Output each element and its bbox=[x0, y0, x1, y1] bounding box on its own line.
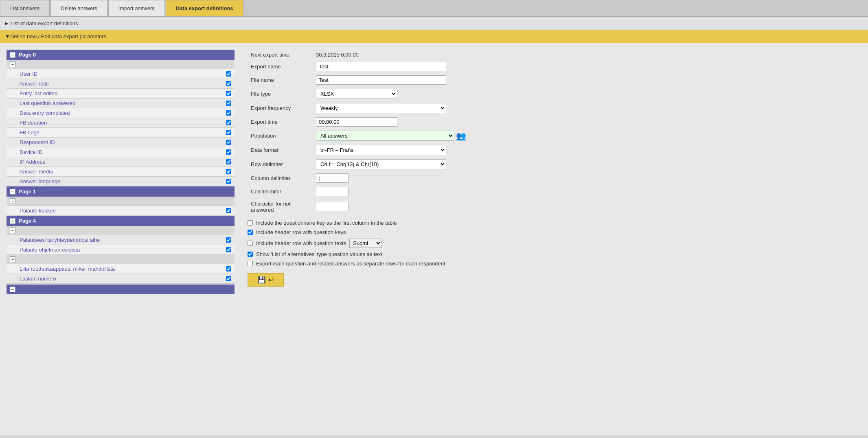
row-delimiter-select[interactable]: CrLf = Chr(13) & Chr(10) Lf = Chr(10) Cr… bbox=[316, 159, 446, 169]
item-palaute-koskee-checkbox[interactable] bbox=[226, 208, 231, 213]
item-answer-language-checkbox[interactable] bbox=[226, 179, 231, 184]
file-type-row: File type XLSX CSV TXT bbox=[248, 87, 861, 101]
define-section-arrow: ▼ bbox=[5, 33, 10, 39]
row-delimiter-label: Row delimiter bbox=[251, 161, 283, 167]
item-data-entry-completed-checkbox[interactable] bbox=[226, 110, 231, 116]
include-header-keys-checkbox[interactable] bbox=[248, 230, 253, 235]
page1-label: Page 1 bbox=[19, 188, 36, 195]
form-table: Next export time: 30.3.2015 0:00:00 Expo… bbox=[248, 50, 861, 215]
main-content: ▶ List of data export definitions ▼ Defi… bbox=[0, 17, 868, 435]
checkbox-row-show-alternatives: Show 'List of alternatives' type questio… bbox=[248, 251, 861, 257]
include-header-keys-label[interactable]: Include header row with question keys bbox=[256, 229, 346, 235]
export-name-label: Export name bbox=[251, 64, 281, 70]
page4-header: − Page 4 bbox=[7, 216, 235, 226]
cell-delimiter-row: Cell delimiter bbox=[248, 185, 861, 198]
page0-collapse-btn[interactable]: − bbox=[10, 52, 15, 58]
item-fb-legs-checkbox[interactable] bbox=[226, 130, 231, 135]
list-item: Liita ruudunkaappaus, mikali mahdollista bbox=[7, 264, 235, 274]
list-section-header[interactable]: ▶ List of data export definitions bbox=[0, 17, 868, 30]
page0-label: Page 0 bbox=[19, 52, 36, 58]
file-name-row: File name bbox=[248, 73, 861, 87]
language-select[interactable]: Suomi English Svenska bbox=[349, 239, 382, 248]
page1-sub-header: − bbox=[7, 197, 235, 206]
data-format-row: Data format br-FR – Fraňs en-US – Englis… bbox=[248, 143, 861, 157]
page0-sub-header: − bbox=[7, 60, 235, 69]
include-questionnaire-key-checkbox[interactable] bbox=[248, 220, 253, 226]
page1-sub-collapse-btn[interactable]: − bbox=[10, 198, 15, 204]
char-not-answered-label: Character for notanswered bbox=[251, 201, 291, 213]
tab-delete-answers[interactable]: Delete answers bbox=[50, 0, 107, 16]
define-section-header[interactable]: ▼ Define new / Edit data export paramete… bbox=[0, 30, 868, 43]
column-delimiter-input[interactable] bbox=[316, 173, 349, 183]
item-answer-media-checkbox[interactable] bbox=[226, 169, 231, 174]
export-separate-rows-checkbox[interactable] bbox=[248, 261, 253, 266]
include-header-texts-checkbox[interactable] bbox=[248, 241, 253, 246]
item-laskun: Laskun numero bbox=[20, 276, 226, 282]
cell-delimiter-label: Cell delimiter bbox=[251, 188, 281, 195]
list-section-arrow: ▶ bbox=[5, 21, 8, 26]
tab-data-export-definitions[interactable]: Data export definitions bbox=[166, 0, 243, 16]
export-name-input[interactable] bbox=[316, 62, 446, 71]
item-answer-date-checkbox[interactable] bbox=[226, 81, 231, 86]
list-item: Palautteesi tai yhteydenottosi aihe bbox=[7, 235, 235, 245]
checkbox-section: Include the questionnaire key as the fir… bbox=[248, 220, 861, 267]
page4-label: Page 4 bbox=[19, 218, 36, 224]
next-export-label: Next export time: bbox=[251, 52, 291, 58]
show-alternatives-checkbox[interactable] bbox=[248, 252, 253, 257]
item-last-question-checkbox[interactable] bbox=[226, 101, 231, 106]
data-format-select[interactable]: br-FR – Fraňs en-US – English bbox=[316, 145, 446, 155]
item-data-entry-completed: Data entry completed bbox=[20, 110, 226, 116]
population-select[interactable]: All answers New answers only bbox=[316, 131, 454, 141]
save-button[interactable]: 💾 ↩ bbox=[248, 273, 284, 287]
page0-sub-collapse-btn[interactable]: − bbox=[10, 61, 15, 67]
include-header-texts-label[interactable]: Include header row with question texts bbox=[256, 240, 346, 246]
item-respondent-id-checkbox[interactable] bbox=[226, 140, 231, 145]
population-control: All answers New answers only 👥 bbox=[316, 131, 858, 141]
file-type-select[interactable]: XLSX CSV TXT bbox=[316, 89, 397, 99]
checkbox-row-header-keys: Include header row with question keys bbox=[248, 229, 861, 235]
item-answer-language: Answer language bbox=[20, 178, 226, 184]
item-respondent-id: Respondent ID bbox=[20, 139, 226, 145]
list-item: Answer date bbox=[7, 79, 235, 89]
define-section-label: Define new / Edit data export parameters bbox=[10, 33, 106, 39]
export-frequency-select[interactable]: Daily Weekly Monthly bbox=[316, 103, 446, 113]
export-time-label: Export time bbox=[251, 119, 278, 125]
item-fb-duration: FB duration bbox=[20, 120, 226, 126]
list-item: FB duration bbox=[7, 118, 235, 128]
cell-delimiter-input[interactable] bbox=[316, 187, 349, 196]
export-time-input[interactable] bbox=[316, 117, 397, 127]
page4-sub-collapse-btn[interactable]: − bbox=[10, 228, 15, 233]
save-icon: 💾 bbox=[258, 276, 266, 284]
show-alternatives-label[interactable]: Show 'List of alternatives' type questio… bbox=[256, 251, 382, 257]
export-separate-rows-label[interactable]: Export each question and related answers… bbox=[256, 261, 445, 267]
file-name-input[interactable] bbox=[316, 75, 446, 85]
include-questionnaire-key-label[interactable]: Include the questionnaire key as the fir… bbox=[256, 220, 397, 226]
list-item: Palaute ohjelman osioista bbox=[7, 245, 235, 255]
item-fb-duration-checkbox[interactable] bbox=[226, 120, 231, 125]
people-icon[interactable]: 👥 bbox=[456, 131, 466, 141]
page4-collapse-btn[interactable]: − bbox=[10, 218, 15, 224]
file-name-label: File name bbox=[251, 77, 274, 83]
char-not-answered-input[interactable] bbox=[316, 202, 349, 211]
item-fb-legs: FB Legs bbox=[20, 129, 226, 136]
item-entry-last-edited-checkbox[interactable] bbox=[226, 91, 231, 96]
item-liita-checkbox[interactable] bbox=[226, 266, 231, 272]
page1-header: − Page 1 bbox=[7, 186, 235, 197]
tab-bar: List answers Delete answers Import answe… bbox=[0, 0, 868, 17]
page-next-collapse-btn[interactable]: − bbox=[10, 287, 15, 292]
item-palaute-ohjelman-checkbox[interactable] bbox=[226, 247, 231, 252]
item-device-id-checkbox[interactable] bbox=[226, 149, 231, 155]
checkbox-row-header-texts: Include header row with question texts S… bbox=[248, 239, 861, 248]
item-ip-address-checkbox[interactable] bbox=[226, 159, 231, 164]
item-palautteesi-checkbox[interactable] bbox=[226, 237, 231, 243]
item-user-id-checkbox[interactable] bbox=[226, 71, 231, 77]
page1-collapse-btn[interactable]: − bbox=[10, 189, 15, 195]
item-last-question: Last question answered bbox=[20, 100, 226, 106]
list-item: Answer media bbox=[7, 167, 235, 177]
tab-import-answers[interactable]: Import answers bbox=[108, 0, 165, 16]
item-laskun-checkbox[interactable] bbox=[226, 276, 231, 281]
tab-list-answers[interactable]: List answers bbox=[0, 0, 50, 16]
list-item: Data entry completed bbox=[7, 108, 235, 118]
item-palautteesi: Palautteesi tai yhteydenottosi aihe bbox=[20, 237, 226, 243]
page4-sub2-collapse-btn[interactable]: − bbox=[10, 256, 15, 262]
